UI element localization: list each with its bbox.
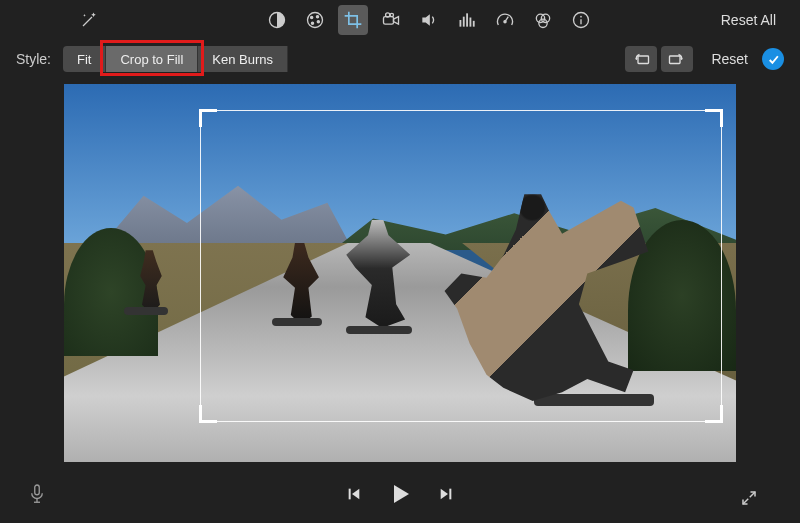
svg-point-3 (317, 16, 319, 18)
style-bar-right: Reset (625, 46, 784, 72)
color-balance-icon[interactable] (262, 5, 292, 35)
play-icon (388, 482, 412, 506)
preview-wrap (0, 84, 800, 462)
svg-point-7 (386, 13, 390, 17)
video-camera-icon[interactable] (376, 5, 406, 35)
svg-point-4 (318, 21, 320, 23)
style-option-ken-burns[interactable]: Ken Burns (198, 46, 288, 72)
reset-all-button[interactable]: Reset All (713, 8, 784, 32)
svg-rect-23 (670, 56, 681, 64)
apply-checkmark-icon (767, 53, 780, 66)
volume-icon[interactable] (414, 5, 444, 35)
crop-handle-top-right[interactable] (705, 109, 723, 127)
svg-rect-6 (384, 17, 394, 25)
crop-rectangle[interactable] (200, 110, 722, 422)
rotate-right-icon (668, 51, 686, 67)
svg-point-18 (539, 19, 547, 27)
crop-handle-bottom-right[interactable] (705, 405, 723, 423)
playback-bar (0, 469, 800, 523)
fullscreen-icon (740, 489, 758, 507)
svg-rect-11 (467, 13, 469, 26)
svg-rect-13 (473, 21, 475, 27)
speed-gauge-icon[interactable] (490, 5, 520, 35)
fullscreen-button[interactable] (740, 489, 758, 507)
svg-rect-27 (349, 489, 351, 500)
style-label: Style: (16, 51, 51, 67)
play-button[interactable] (388, 482, 412, 506)
info-icon[interactable] (566, 5, 596, 35)
svg-point-20 (581, 16, 583, 18)
svg-point-5 (312, 22, 314, 24)
reset-button[interactable]: Reset (711, 51, 748, 67)
rotate-left-icon (632, 51, 650, 67)
crop-handle-bottom-left[interactable] (199, 405, 217, 423)
svg-point-17 (542, 14, 550, 22)
previous-button[interactable] (346, 486, 362, 502)
svg-rect-24 (35, 485, 40, 495)
svg-point-15 (504, 21, 506, 23)
voiceover-button[interactable] (28, 483, 46, 505)
crop-style-bar: Style: Fit Crop to Fill Ken Burns Reset (0, 40, 800, 84)
rotate-ccw-button[interactable] (625, 46, 657, 72)
equalizer-icon[interactable] (452, 5, 482, 35)
svg-point-8 (391, 13, 394, 16)
next-frame-icon (438, 486, 454, 502)
next-button[interactable] (438, 486, 454, 502)
apply-button[interactable] (762, 48, 784, 70)
color-palette-icon[interactable] (300, 5, 330, 35)
video-preview[interactable] (64, 84, 736, 462)
toolbar-right: Reset All (713, 8, 784, 32)
svg-rect-10 (463, 17, 465, 27)
microphone-icon (28, 483, 46, 505)
svg-point-1 (308, 13, 323, 28)
crop-handle-top-left[interactable] (199, 109, 217, 127)
crop-icon[interactable] (338, 5, 368, 35)
magic-wand-icon[interactable] (74, 5, 104, 35)
effects-toolbar: Reset All (0, 0, 800, 40)
toolbar-center (146, 5, 713, 35)
rotate-cw-button[interactable] (661, 46, 693, 72)
svg-rect-22 (638, 56, 649, 64)
style-option-crop-to-fill[interactable]: Crop to Fill (106, 46, 198, 72)
svg-rect-9 (460, 20, 462, 27)
svg-rect-28 (449, 489, 451, 500)
toolbar-left (16, 5, 146, 35)
svg-point-2 (311, 16, 313, 18)
playback-controls (346, 482, 454, 506)
style-option-fit[interactable]: Fit (63, 46, 106, 72)
svg-rect-12 (470, 18, 472, 27)
color-filters-icon[interactable] (528, 5, 558, 35)
previous-frame-icon (346, 486, 362, 502)
style-segmented-control: Fit Crop to Fill Ken Burns (63, 46, 288, 72)
